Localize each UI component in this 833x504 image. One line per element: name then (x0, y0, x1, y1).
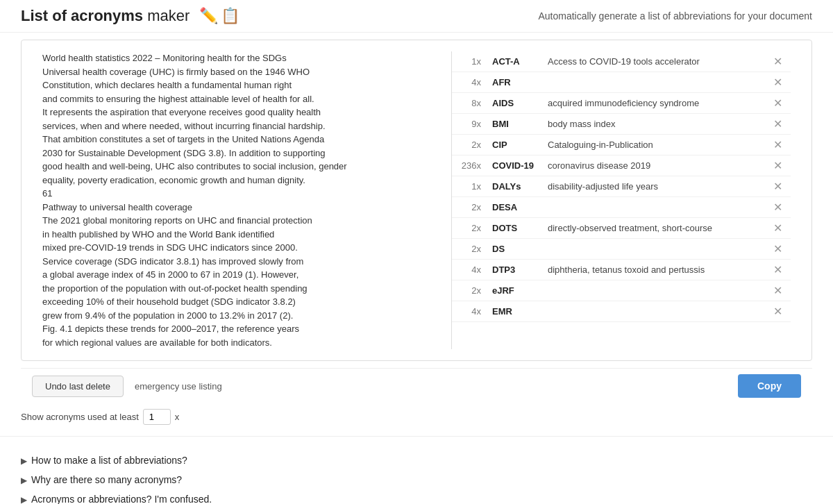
acronym-list-panel: 1x ACT-A Access to COVID-19 tools accele… (452, 51, 791, 349)
delete-cell[interactable]: ✕ (765, 114, 791, 135)
delete-row-button[interactable]: ✕ (771, 180, 785, 193)
delete-cell[interactable]: ✕ (765, 176, 791, 197)
count-cell: 1x (452, 176, 487, 197)
faq-item[interactable]: ▶Acronyms or abbreviations? I'm confused… (21, 489, 812, 504)
delete-row-button[interactable]: ✕ (771, 76, 785, 89)
delete-row-button[interactable]: ✕ (771, 284, 785, 297)
faq-item[interactable]: ▶Why are there so many acronyms? (21, 470, 812, 489)
table-row: 8x AIDS acquired immunodeficiency syndro… (452, 93, 791, 114)
delete-cell[interactable]: ✕ (765, 51, 791, 72)
clipboard-icon: 📋 (221, 7, 239, 25)
meaning-cell (542, 197, 765, 218)
count-cell: 2x (452, 135, 487, 156)
pencil-icon: ✏️ (199, 7, 218, 25)
meaning-cell: diphtheria, tetanus toxoid and pertussis (542, 260, 765, 280)
table-row: 2x CIP Cataloguing-in-Publication ✕ (452, 135, 791, 156)
meaning-cell (542, 280, 765, 301)
table-row: 4x EMR ✕ (452, 301, 791, 322)
abbr-cell: eJRF (487, 280, 542, 301)
count-cell: 4x (452, 301, 487, 322)
delete-row-button[interactable]: ✕ (771, 242, 785, 255)
meaning-cell: directly-observed treatment, short-cours… (542, 218, 765, 239)
abbr-cell: DESA (487, 197, 542, 218)
header-icons: ✏️ 📋 (199, 7, 239, 25)
acronym-table: 1x ACT-A Access to COVID-19 tools accele… (452, 51, 791, 322)
count-cell: 4x (452, 72, 487, 93)
delete-row-button[interactable]: ✕ (771, 55, 785, 68)
meaning-cell: disability-adjusted life years (542, 176, 765, 197)
meaning-cell: Access to COVID-19 tools accelerator (542, 51, 765, 72)
count-cell: 2x (452, 218, 487, 239)
document-text: World health statistics 2022 – Monitorin… (42, 51, 440, 349)
delete-cell[interactable]: ✕ (765, 156, 791, 176)
title-main: List of acronyms (21, 7, 143, 24)
table-row: 2x DS ✕ (452, 239, 791, 260)
table-row: 2x DESA ✕ (452, 197, 791, 218)
app-title: List of acronyms maker ✏️ 📋 (21, 7, 239, 25)
faq-question: Acronyms or abbreviations? I'm confused. (31, 494, 212, 504)
header-subtitle: Automatically generate a list of abbrevi… (538, 10, 812, 22)
delete-cell[interactable]: ✕ (765, 280, 791, 301)
table-row: 9x BMI body mass index ✕ (452, 114, 791, 135)
meaning-cell (542, 239, 765, 260)
main-container: World health statistics 2022 – Monitorin… (21, 40, 812, 361)
show-prefix-label: Show acronyms used at least (21, 412, 139, 422)
count-cell: 4x (452, 260, 487, 280)
abbr-cell: CIP (487, 135, 542, 156)
table-row: 1x DALYs disability-adjusted life years … (452, 176, 791, 197)
faq-question: Why are there so many acronyms? (31, 474, 182, 485)
table-row: 2x DOTS directly-observed treatment, sho… (452, 218, 791, 239)
faq-arrow-icon: ▶ (21, 456, 27, 466)
undo-last-delete-button[interactable]: Undo last delete (32, 376, 124, 397)
header: List of acronyms maker ✏️ 📋 Automaticall… (0, 0, 833, 33)
meaning-cell: body mass index (542, 114, 765, 135)
delete-cell[interactable]: ✕ (765, 301, 791, 322)
show-suffix-label: x (175, 412, 180, 422)
delete-cell[interactable]: ✕ (765, 239, 791, 260)
count-cell: 236x (452, 156, 487, 176)
meaning-cell (542, 72, 765, 93)
abbr-cell: DS (487, 239, 542, 260)
count-cell: 9x (452, 114, 487, 135)
copy-button[interactable]: Copy (738, 374, 801, 398)
bottom-bar: Undo last delete emergency use listing C… (21, 368, 812, 403)
faq-section: ▶How to make a list of abbreviations?▶Wh… (0, 436, 833, 504)
count-cell: 8x (452, 93, 487, 114)
delete-cell[interactable]: ✕ (765, 197, 791, 218)
min-count-input[interactable] (143, 409, 171, 425)
delete-row-button[interactable]: ✕ (771, 221, 785, 235)
meaning-cell (542, 301, 765, 322)
faq-question: How to make a list of abbreviations? (31, 455, 187, 466)
count-cell: 2x (452, 239, 487, 260)
delete-row-button[interactable]: ✕ (771, 305, 785, 318)
delete-row-button[interactable]: ✕ (771, 201, 785, 214)
abbr-cell: BMI (487, 114, 542, 135)
delete-row-button[interactable]: ✕ (771, 138, 785, 151)
abbr-cell: ACT-A (487, 51, 542, 72)
table-row: 4x AFR ✕ (452, 72, 791, 93)
table-row: 236x COVID-19 coronavirus disease 2019 ✕ (452, 156, 791, 176)
abbr-cell: AFR (487, 72, 542, 93)
abbr-cell: DOTS (487, 218, 542, 239)
delete-row-button[interactable]: ✕ (771, 96, 785, 110)
count-cell: 2x (452, 280, 487, 301)
delete-cell[interactable]: ✕ (765, 135, 791, 156)
abbr-cell: AIDS (487, 93, 542, 114)
delete-cell[interactable]: ✕ (765, 218, 791, 239)
last-deleted-meaning: emergency use listing (135, 381, 222, 392)
table-row: 1x ACT-A Access to COVID-19 tools accele… (452, 51, 791, 72)
document-text-panel[interactable]: World health statistics 2022 – Monitorin… (42, 51, 452, 349)
faq-item[interactable]: ▶How to make a list of abbreviations? (21, 451, 812, 470)
table-row: 4x DTP3 diphtheria, tetanus toxoid and p… (452, 260, 791, 280)
count-cell: 2x (452, 197, 487, 218)
delete-cell[interactable]: ✕ (765, 93, 791, 114)
abbr-cell: EMR (487, 301, 542, 322)
delete-row-button[interactable]: ✕ (771, 263, 785, 276)
delete-row-button[interactable]: ✕ (771, 117, 785, 131)
title-secondary: maker (147, 7, 190, 24)
delete-row-button[interactable]: ✕ (771, 159, 785, 172)
show-at-least-row: Show acronyms used at least x (0, 403, 833, 436)
abbr-cell: COVID-19 (487, 156, 542, 176)
delete-cell[interactable]: ✕ (765, 72, 791, 93)
delete-cell[interactable]: ✕ (765, 260, 791, 280)
